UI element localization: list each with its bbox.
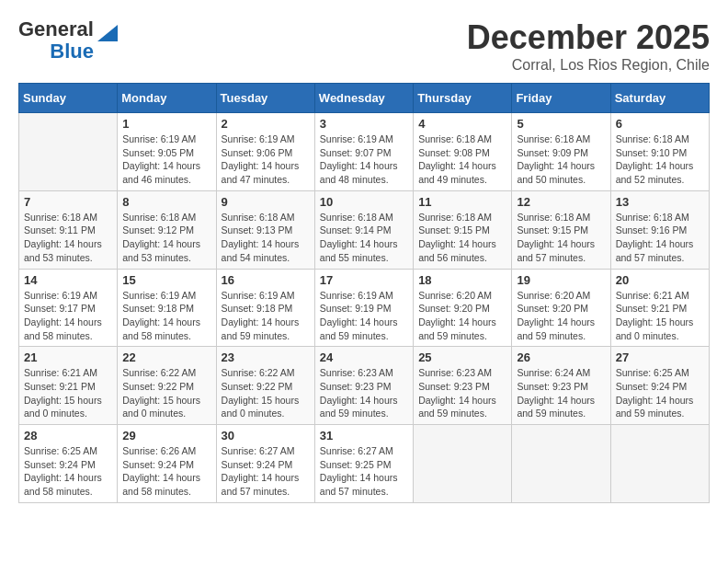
day-number: 5: [517, 117, 605, 131]
day-info: Sunrise: 6:19 AMSunset: 9:18 PMDaylight:…: [122, 289, 210, 343]
day-info: Sunrise: 6:19 AMSunset: 9:07 PMDaylight:…: [320, 132, 408, 187]
day-number: 24: [320, 350, 408, 364]
day-info: Sunrise: 6:21 AMSunset: 9:21 PMDaylight:…: [616, 289, 704, 343]
day-info: Sunrise: 6:18 AMSunset: 9:13 PMDaylight:…: [222, 211, 310, 265]
day-number: 25: [418, 350, 506, 364]
logo-line1: General: [18, 18, 94, 40]
day-number: 15: [122, 273, 210, 287]
calendar-cell: [512, 425, 610, 503]
calendar-cell: 8Sunrise: 6:18 AMSunset: 9:12 PMDaylight…: [118, 190, 216, 269]
day-info: Sunrise: 6:19 AMSunset: 9:18 PMDaylight:…: [222, 289, 310, 343]
day-header-friday: Friday: [512, 84, 610, 113]
day-info: Sunrise: 6:20 AMSunset: 9:20 PMDaylight:…: [418, 289, 506, 343]
day-header-monday: Monday: [118, 84, 216, 113]
day-header-wednesday: Wednesday: [314, 84, 413, 113]
day-info: Sunrise: 6:19 AMSunset: 9:19 PMDaylight:…: [320, 289, 408, 343]
day-number: 14: [24, 273, 112, 287]
day-info: Sunrise: 6:23 AMSunset: 9:23 PMDaylight:…: [320, 366, 408, 420]
month-title: December 2025: [467, 18, 710, 57]
day-info: Sunrise: 6:19 AMSunset: 9:06 PMDaylight:…: [222, 132, 310, 187]
day-info: Sunrise: 6:18 AMSunset: 9:08 PMDaylight:…: [418, 132, 506, 187]
day-number: 23: [222, 350, 310, 364]
calendar-cell: 4Sunrise: 6:18 AMSunset: 9:08 PMDaylight…: [414, 113, 512, 191]
day-number: 4: [418, 117, 506, 131]
day-info: Sunrise: 6:22 AMSunset: 9:22 PMDaylight:…: [222, 366, 310, 420]
calendar-cell: 11Sunrise: 6:18 AMSunset: 9:15 PMDayligh…: [414, 190, 512, 269]
day-info: Sunrise: 6:18 AMSunset: 9:11 PMDaylight:…: [24, 211, 112, 265]
day-number: 7: [24, 195, 112, 209]
calendar-cell: 23Sunrise: 6:22 AMSunset: 9:22 PMDayligh…: [216, 347, 314, 425]
day-number: 28: [24, 429, 112, 442]
day-number: 2: [222, 117, 310, 131]
logo: General Blue: [18, 18, 118, 63]
calendar-week-2: 7Sunrise: 6:18 AMSunset: 9:11 PMDaylight…: [19, 190, 710, 269]
day-number: 29: [122, 429, 210, 442]
day-info: Sunrise: 6:19 AMSunset: 9:05 PMDaylight:…: [122, 132, 210, 187]
day-number: 12: [517, 195, 605, 209]
day-number: 22: [122, 350, 210, 364]
calendar-cell: 28Sunrise: 6:25 AMSunset: 9:24 PMDayligh…: [19, 425, 118, 503]
day-info: Sunrise: 6:25 AMSunset: 9:24 PMDaylight:…: [24, 444, 112, 499]
day-number: 10: [320, 195, 408, 209]
calendar-cell: [414, 425, 512, 503]
day-number: 30: [222, 429, 310, 442]
calendar-cell: 24Sunrise: 6:23 AMSunset: 9:23 PMDayligh…: [314, 347, 413, 425]
svg-marker-0: [97, 25, 118, 41]
title-section: December 2025 Corral, Los Rios Region, C…: [467, 18, 710, 74]
day-info: Sunrise: 6:25 AMSunset: 9:24 PMDaylight:…: [616, 366, 704, 420]
calendar-cell: 16Sunrise: 6:19 AMSunset: 9:18 PMDayligh…: [216, 269, 314, 347]
calendar-cell: [19, 113, 118, 191]
calendar-week-3: 14Sunrise: 6:19 AMSunset: 9:17 PMDayligh…: [19, 269, 710, 347]
calendar-cell: 21Sunrise: 6:21 AMSunset: 9:21 PMDayligh…: [19, 347, 118, 425]
day-info: Sunrise: 6:18 AMSunset: 9:15 PMDaylight:…: [418, 211, 506, 265]
day-number: 6: [616, 117, 704, 131]
calendar-cell: 20Sunrise: 6:21 AMSunset: 9:21 PMDayligh…: [610, 269, 709, 347]
calendar-cell: 12Sunrise: 6:18 AMSunset: 9:15 PMDayligh…: [512, 190, 610, 269]
calendar-cell: 5Sunrise: 6:18 AMSunset: 9:09 PMDaylight…: [512, 113, 610, 191]
day-number: 19: [517, 273, 605, 287]
day-info: Sunrise: 6:23 AMSunset: 9:23 PMDaylight:…: [418, 366, 506, 420]
day-number: 1: [122, 117, 210, 131]
day-number: 16: [222, 273, 310, 287]
calendar-cell: [610, 425, 709, 503]
day-number: 8: [122, 195, 210, 209]
day-header-thursday: Thursday: [414, 84, 512, 113]
day-number: 18: [418, 273, 506, 287]
day-info: Sunrise: 6:18 AMSunset: 9:10 PMDaylight:…: [616, 132, 704, 187]
calendar-week-5: 28Sunrise: 6:25 AMSunset: 9:24 PMDayligh…: [19, 425, 710, 503]
day-info: Sunrise: 6:24 AMSunset: 9:23 PMDaylight:…: [517, 366, 605, 420]
calendar-week-4: 21Sunrise: 6:21 AMSunset: 9:21 PMDayligh…: [19, 347, 710, 425]
calendar-cell: 31Sunrise: 6:27 AMSunset: 9:25 PMDayligh…: [314, 425, 413, 503]
logo-line2: Blue: [50, 40, 94, 63]
logo-icon: [97, 25, 118, 41]
day-header-saturday: Saturday: [610, 84, 709, 113]
calendar-cell: 29Sunrise: 6:26 AMSunset: 9:24 PMDayligh…: [118, 425, 216, 503]
day-number: 31: [320, 429, 408, 442]
calendar: SundayMondayTuesdayWednesdayThursdayFrid…: [18, 83, 710, 503]
calendar-cell: 6Sunrise: 6:18 AMSunset: 9:10 PMDaylight…: [610, 113, 709, 191]
day-number: 9: [222, 195, 310, 209]
day-info: Sunrise: 6:26 AMSunset: 9:24 PMDaylight:…: [122, 444, 210, 499]
day-info: Sunrise: 6:22 AMSunset: 9:22 PMDaylight:…: [122, 366, 210, 420]
day-info: Sunrise: 6:27 AMSunset: 9:24 PMDaylight:…: [222, 444, 310, 499]
calendar-cell: 14Sunrise: 6:19 AMSunset: 9:17 PMDayligh…: [19, 269, 118, 347]
day-info: Sunrise: 6:18 AMSunset: 9:15 PMDaylight:…: [517, 211, 605, 265]
day-number: 11: [418, 195, 506, 209]
calendar-cell: 17Sunrise: 6:19 AMSunset: 9:19 PMDayligh…: [314, 269, 413, 347]
day-info: Sunrise: 6:27 AMSunset: 9:25 PMDaylight:…: [320, 444, 408, 499]
day-number: 17: [320, 273, 408, 287]
header: General Blue December 2025 Corral, Los R…: [18, 18, 710, 74]
calendar-cell: 1Sunrise: 6:19 AMSunset: 9:05 PMDaylight…: [118, 113, 216, 191]
day-info: Sunrise: 6:21 AMSunset: 9:21 PMDaylight:…: [24, 366, 112, 420]
day-info: Sunrise: 6:18 AMSunset: 9:12 PMDaylight:…: [122, 211, 210, 265]
calendar-cell: 30Sunrise: 6:27 AMSunset: 9:24 PMDayligh…: [216, 425, 314, 503]
calendar-cell: 10Sunrise: 6:18 AMSunset: 9:14 PMDayligh…: [314, 190, 413, 269]
day-header-sunday: Sunday: [19, 84, 118, 113]
calendar-cell: 26Sunrise: 6:24 AMSunset: 9:23 PMDayligh…: [512, 347, 610, 425]
calendar-cell: 7Sunrise: 6:18 AMSunset: 9:11 PMDaylight…: [19, 190, 118, 269]
day-number: 3: [320, 117, 408, 131]
day-info: Sunrise: 6:18 AMSunset: 9:14 PMDaylight:…: [320, 211, 408, 265]
day-info: Sunrise: 6:20 AMSunset: 9:20 PMDaylight:…: [517, 289, 605, 343]
calendar-cell: 9Sunrise: 6:18 AMSunset: 9:13 PMDaylight…: [216, 190, 314, 269]
calendar-cell: 19Sunrise: 6:20 AMSunset: 9:20 PMDayligh…: [512, 269, 610, 347]
